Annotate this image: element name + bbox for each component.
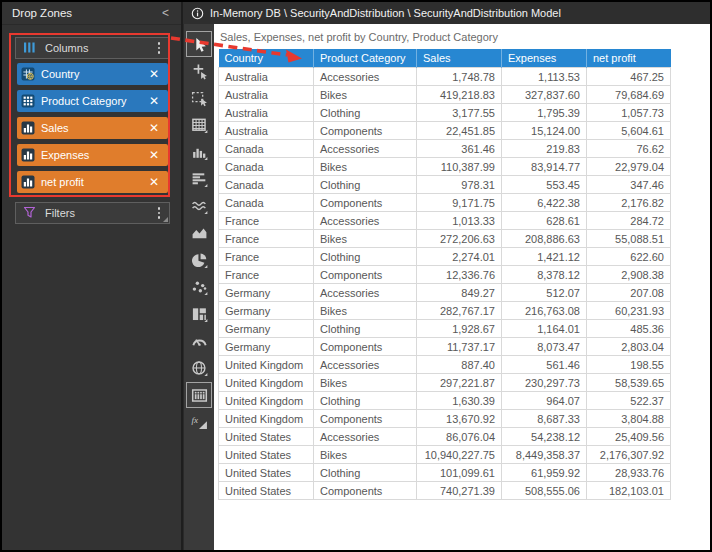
cell: Canada: [219, 140, 314, 158]
cell: Accessories: [314, 212, 417, 230]
chip-remove-icon[interactable]: ✕: [147, 94, 161, 108]
filters-menu-icon[interactable]: [155, 205, 164, 221]
cell: 219.83: [502, 140, 587, 158]
table-row: CanadaClothing978.31553.45347.46: [219, 176, 671, 194]
data-grid-icon: [191, 387, 208, 404]
field-chip-expenses[interactable]: Expenses✕: [17, 144, 168, 166]
field-chip-product-category[interactable]: Product Category✕: [17, 90, 168, 112]
columns-section-header[interactable]: Columns: [15, 37, 170, 59]
topbar: In-Memory DB \ SecurityAndDistribution \…: [183, 2, 710, 24]
map-button[interactable]: [186, 355, 212, 381]
table-row: AustraliaClothing3,177.551,795.391,057.7…: [219, 104, 671, 122]
sparkline-button[interactable]: [186, 193, 212, 219]
cell: 3,177.55: [417, 104, 502, 122]
cell: 508,555.06: [502, 482, 587, 500]
chip-remove-icon[interactable]: ✕: [147, 175, 161, 189]
cell: 22,451.85: [417, 122, 502, 140]
map-globe-icon: [191, 360, 208, 377]
cell: 553.45: [502, 176, 587, 194]
table-row: United KingdomComponents13,670.928,687.3…: [219, 410, 671, 428]
field-chip-country[interactable]: Country✕: [17, 63, 168, 85]
cell: 8,073.47: [502, 338, 587, 356]
cell: 101,099.61: [417, 464, 502, 482]
cell: 1,113.53: [502, 68, 587, 86]
cell: France: [219, 248, 314, 266]
table-row: United StatesClothing101,099.6161,959.92…: [219, 464, 671, 482]
cell: 216,763.08: [502, 302, 587, 320]
kpi-button[interactable]: fx: [186, 409, 212, 435]
cell: 887.40: [417, 356, 502, 374]
cell: Germany: [219, 284, 314, 302]
cell: Canada: [219, 176, 314, 194]
data-grid-button[interactable]: [186, 382, 212, 408]
cell: Accessories: [314, 284, 417, 302]
cell: Australia: [219, 68, 314, 86]
gauge-button[interactable]: [186, 328, 212, 354]
chip-remove-icon[interactable]: ✕: [147, 67, 161, 81]
cell: 9,171.75: [417, 194, 502, 212]
grid-chart-button[interactable]: [186, 112, 212, 138]
column-header-product-category[interactable]: Product Category: [314, 49, 417, 68]
cell: United States: [219, 428, 314, 446]
table-row: GermanyAccessories849.27512.07207.08: [219, 284, 671, 302]
cell: 25,409.56: [587, 428, 671, 446]
columns-icon: [23, 41, 36, 56]
columns-chip-list: Country✕Product Category✕Sales✕Expenses✕…: [17, 63, 168, 193]
filters-section-header[interactable]: Filters: [15, 202, 170, 224]
cell: 272,206.63: [417, 230, 502, 248]
cell: France: [219, 266, 314, 284]
field-chip-net-profit[interactable]: net profit✕: [17, 171, 168, 193]
pointer-tool[interactable]: [186, 31, 212, 57]
table-row: United KingdomAccessories887.40561.46198…: [219, 356, 671, 374]
columns-menu-icon[interactable]: [155, 40, 164, 56]
collapse-panel-icon[interactable]: <: [160, 6, 171, 20]
table-row: United KingdomBikes297,221.87230,297.735…: [219, 374, 671, 392]
geo-dimension-icon: [21, 67, 35, 81]
rows-chart-button[interactable]: [186, 166, 212, 192]
table-row: United StatesComponents740,271.39508,555…: [219, 482, 671, 500]
cell: United States: [219, 482, 314, 500]
bar-chart-icon: [191, 144, 208, 161]
grid-chart-icon: [191, 117, 208, 134]
column-header-sales[interactable]: Sales: [417, 49, 502, 68]
marquee-select-tool[interactable]: [186, 85, 212, 111]
cell: 282,767.17: [417, 302, 502, 320]
cell: Clothing: [314, 392, 417, 410]
table-row: GermanyBikes282,767.17216,763.0860,231.9…: [219, 302, 671, 320]
area-chart-button[interactable]: [186, 220, 212, 246]
info-icon: [191, 7, 204, 20]
cell: 978.31: [417, 176, 502, 194]
pie-chart-icon: [191, 252, 208, 269]
bar-chart-button[interactable]: [186, 139, 212, 165]
cell: 3,804.88: [587, 410, 671, 428]
cell: United Kingdom: [219, 392, 314, 410]
crosshair-tool[interactable]: [186, 58, 212, 84]
treemap-button[interactable]: [186, 301, 212, 327]
cell: 54,238.12: [502, 428, 587, 446]
chart-type-toolbar: fx: [183, 24, 214, 550]
cell: 2,176.82: [587, 194, 671, 212]
cell: 8,378.12: [502, 266, 587, 284]
chip-remove-icon[interactable]: ✕: [147, 121, 161, 135]
column-header-net-profit[interactable]: net profit: [587, 49, 671, 68]
sparkline-icon: [191, 198, 208, 215]
field-chip-sales[interactable]: Sales✕: [17, 117, 168, 139]
cell: 5,604.61: [587, 122, 671, 140]
resize-grip-icon[interactable]: [163, 217, 168, 222]
cell: 86,076.04: [417, 428, 502, 446]
chip-remove-icon[interactable]: ✕: [147, 148, 161, 162]
cell: Canada: [219, 158, 314, 176]
cell: 2,176,307.92: [587, 446, 671, 464]
scatter-chart-button[interactable]: [186, 274, 212, 300]
pie-chart-button[interactable]: [186, 247, 212, 273]
cell: Components: [314, 482, 417, 500]
crosshair-pointer-icon: [191, 63, 208, 80]
column-header-country[interactable]: Country: [219, 49, 314, 68]
panel-title: Drop Zones: [12, 7, 72, 19]
column-header-expenses[interactable]: Expenses: [502, 49, 587, 68]
cell: Bikes: [314, 446, 417, 464]
cell: Components: [314, 338, 417, 356]
app-window: Drop Zones < Columns Country✕Product Cat…: [0, 0, 712, 552]
cell: 2,274.01: [417, 248, 502, 266]
cell: 361.46: [417, 140, 502, 158]
